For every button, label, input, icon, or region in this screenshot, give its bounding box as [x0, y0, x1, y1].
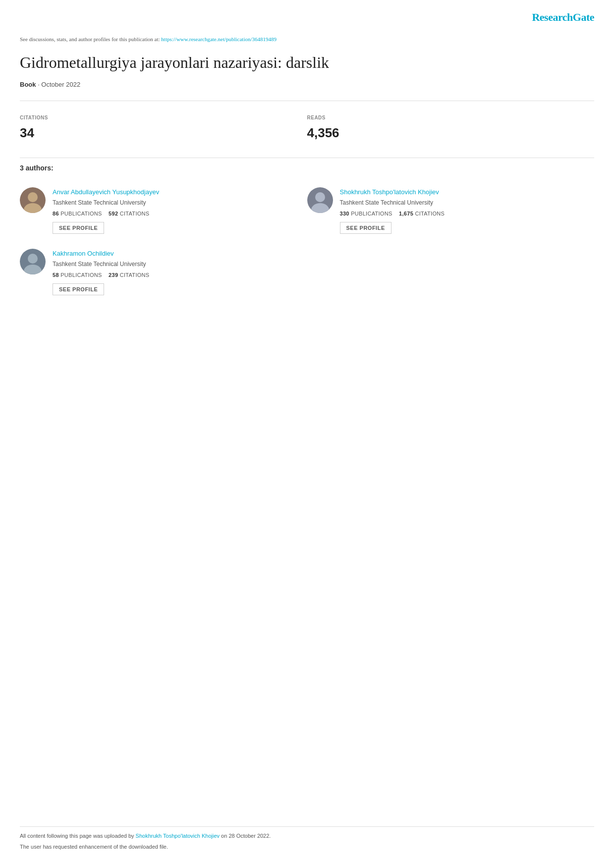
pub-meta: Book · October 2022 [20, 80, 594, 90]
author-card-1: Anvar Abdullayevich Yusupkhodjayev Tashk… [20, 182, 307, 244]
author-3-pub-label: PUBLICATIONS [60, 272, 102, 278]
author-3-info: Kakhramon Ochildiev Tashkent State Techn… [53, 249, 297, 295]
author-2-avatar [307, 187, 333, 213]
author-card-2: Shokhrukh Toshpo'latovich Khojiev Tashke… [307, 182, 595, 244]
citations-label: CITATIONS [20, 114, 307, 121]
svg-point-4 [315, 192, 325, 202]
publication-link[interactable]: https://www.researchgate.net/publication… [161, 36, 277, 42]
stats-divider [20, 101, 594, 101]
stats-row: CITATIONS 34 READS 4,356 [20, 109, 594, 148]
footer-uploader-link[interactable]: Shokhrukh Toshpo'latovich Khojiev [136, 833, 220, 839]
page-footer: All content following this page was uplo… [20, 826, 594, 853]
author-1-pub-label: PUBLICATIONS [60, 211, 102, 217]
citations-stat: CITATIONS 34 [20, 109, 307, 148]
author-1-cite-label: CITATIONS [120, 211, 150, 217]
author-2-cite-label: CITATIONS [415, 211, 445, 217]
author-3-affiliation: Tashkent State Technical University [53, 260, 297, 269]
author-3-cite-label: CITATIONS [120, 272, 150, 278]
footer-upload-before: All content following this page was uplo… [20, 833, 136, 839]
author-3-cite-count: 239 [109, 272, 118, 278]
footer-enhancement-notice: The user has requested enhancement of th… [20, 843, 594, 851]
author-2-affiliation: Tashkent State Technical University [340, 198, 585, 207]
author-2-see-profile-button[interactable]: SEE PROFILE [340, 222, 391, 234]
footer-upload-line: All content following this page was uplo… [20, 832, 594, 840]
author-2-name[interactable]: Shokhrukh Toshpo'latovich Khojiev [340, 187, 585, 197]
author-1-info: Anvar Abdullayevich Yusupkhodjayev Tashk… [53, 187, 297, 234]
author-3-name[interactable]: Kakhramon Ochildiev [53, 249, 297, 259]
top-notice: See discussions, stats, and author profi… [20, 35, 594, 44]
authors-grid: Anvar Abdullayevich Yusupkhodjayev Tashk… [20, 182, 594, 305]
author-3-stats: 58 PUBLICATIONS 239 CITATIONS [53, 271, 297, 279]
author-1-cite-count: 592 [109, 211, 118, 217]
author-2-info: Shokhrukh Toshpo'latovich Khojiev Tashke… [340, 187, 585, 234]
author-1-pub-count: 86 [53, 211, 59, 217]
authors-heading: 3 authors: [20, 163, 594, 173]
author-3-see-profile-button[interactable]: SEE PROFILE [53, 283, 104, 295]
header: ResearchGate [20, 0, 594, 30]
author-2-pub-count: 330 [340, 211, 349, 217]
citations-value: 34 [20, 123, 307, 143]
author-2-pub-label: PUBLICATIONS [351, 211, 392, 217]
author-2-cite-count: 1,675 [399, 211, 413, 217]
researchgate-logo: ResearchGate [532, 9, 594, 25]
author-1-see-profile-button[interactable]: SEE PROFILE [53, 222, 104, 234]
author-1-affiliation: Tashkent State Technical University [53, 198, 297, 207]
author-1-name[interactable]: Anvar Abdullayevich Yusupkhodjayev [53, 187, 297, 197]
author-3-avatar [20, 249, 46, 274]
author-1-avatar [20, 187, 46, 213]
author-2-stats: 330 PUBLICATIONS 1,675 CITATIONS [340, 210, 585, 218]
publication-title: Gidrometallurgiya jarayonlari nazariyasi… [20, 53, 594, 73]
pub-type: Book [20, 81, 36, 88]
reads-value: 4,356 [307, 123, 595, 143]
reads-label: READS [307, 114, 595, 121]
svg-point-7 [28, 254, 38, 264]
author-1-stats: 86 PUBLICATIONS 592 CITATIONS [53, 210, 297, 218]
author-3-pub-count: 58 [53, 272, 59, 278]
reads-stat: READS 4,356 [307, 109, 595, 148]
authors-divider [20, 158, 594, 158]
footer-upload-date: on 28 October 2022. [220, 833, 271, 839]
svg-point-1 [28, 192, 38, 202]
author-card-3: Kakhramon Ochildiev Tashkent State Techn… [20, 244, 307, 305]
top-notice-text: See discussions, stats, and author profi… [20, 36, 161, 42]
pub-date: October 2022 [41, 81, 80, 88]
